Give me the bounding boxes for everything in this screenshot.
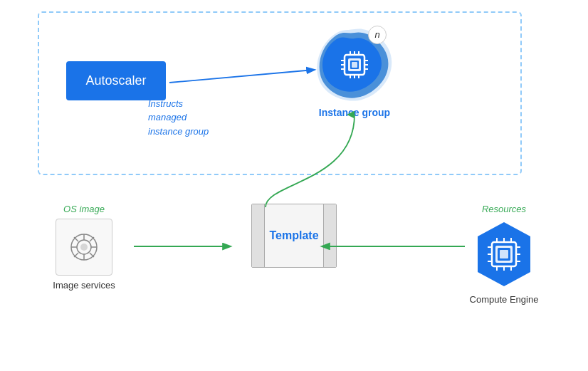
resources-label: Resources: [482, 204, 526, 214]
bottom-section: OS image I: [38, 204, 550, 305]
template-right-strip: [323, 204, 336, 267]
template-container: Template: [237, 204, 351, 268]
svg-rect-43: [500, 250, 508, 258]
autoscaler-box: Autoscaler: [66, 61, 166, 100]
compute-engine-container: Resources: [458, 204, 550, 305]
svg-line-23: [90, 253, 94, 257]
image-services-container: OS image I: [38, 204, 130, 291]
instructs-label: Instructs managed instance group: [148, 97, 209, 139]
os-image-label: OS image: [63, 204, 105, 214]
compute-engine-icon: [472, 219, 536, 290]
compute-engine-label: Compute Engine: [470, 294, 539, 305]
instance-group-container: n Instance group: [315, 26, 394, 118]
svg-line-24: [90, 237, 94, 241]
svg-point-26: [80, 244, 88, 251]
template-label: Template: [269, 229, 318, 242]
template-box: Template: [251, 204, 337, 268]
image-services-icon: [56, 219, 112, 276]
instance-group-label: Instance group: [319, 107, 390, 118]
svg-line-22: [74, 237, 78, 241]
template-left-strip: [252, 204, 265, 267]
autoscaler-label: Autoscaler: [85, 73, 146, 88]
svg-line-25: [74, 253, 78, 257]
instance-group-icon: n: [315, 26, 394, 104]
n-badge: n: [368, 26, 387, 44]
image-services-label: Image services: [53, 280, 115, 291]
architecture-diagram: Autoscaler Instructs managed instance gr…: [16, 11, 572, 360]
svg-rect-15: [352, 62, 357, 68]
